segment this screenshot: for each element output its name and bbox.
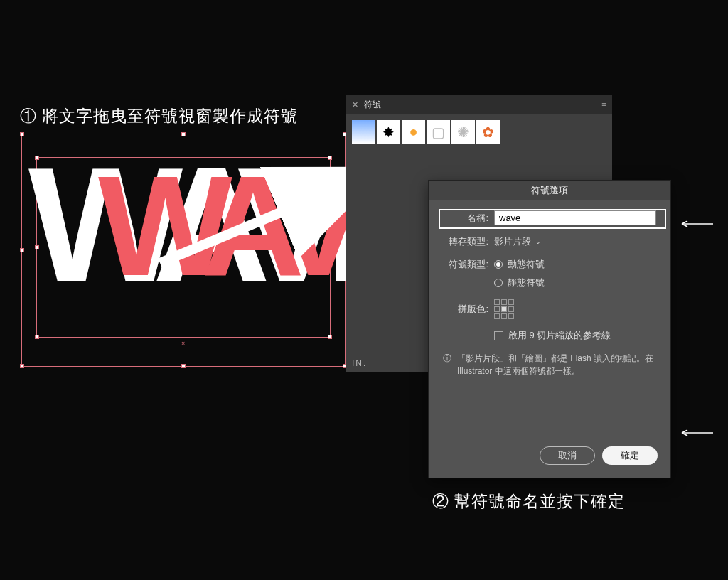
nine-slice-checkbox[interactable]: 啟用 9 切片縮放的參考線 (494, 329, 611, 342)
info-text: 「影片片段」和「繪圖」都是 Flash 讀入的標記。在 Illustrator … (457, 352, 656, 377)
annotation-arrow-icon (679, 218, 713, 230)
name-label: 名稱: (443, 212, 488, 225)
name-input[interactable] (494, 210, 656, 225)
radio-icon (494, 279, 503, 287)
step-1-annotation: ① 將文字拖曳至符號視窗製作成符號 (20, 105, 298, 127)
selection-handle[interactable] (328, 335, 332, 339)
center-marker: × (181, 340, 186, 344)
symbol-options-dialog: 符號選項 名稱: 轉存類型: 影片片段 ⌄ 符號類型: 動態符號 靜態符號 (428, 180, 671, 478)
export-type-label: 轉存類型: (443, 235, 488, 248)
symbol-swatch[interactable]: ✸ (377, 120, 400, 144)
panel-footer: IN. (352, 358, 367, 368)
info-icon: ⓘ (443, 352, 451, 377)
annotation-arrow-icon (679, 427, 713, 439)
export-type-dropdown[interactable]: 影片片段 ⌄ (494, 235, 541, 248)
symbol-swatch[interactable]: ✺ (451, 120, 475, 144)
export-type-value: 影片片段 (494, 235, 531, 248)
radio-label: 靜態符號 (508, 276, 545, 289)
panel-menu-icon[interactable]: ≡ (601, 100, 606, 110)
symbol-swatches: ✸ ● ▢ ✺ ✿ (346, 114, 612, 149)
cancel-button[interactable]: 取消 (540, 446, 595, 465)
radio-dynamic-symbol[interactable]: 動態符號 (494, 258, 545, 271)
selection-handle[interactable] (35, 335, 39, 339)
selection-handle[interactable] (181, 364, 186, 368)
selection-handle[interactable] (20, 132, 24, 136)
symbol-type-label: 符號類型: (443, 258, 488, 271)
registration-grid[interactable] (494, 299, 514, 319)
selection-handle[interactable] (20, 364, 24, 368)
symbol-swatch[interactable]: ▢ (427, 120, 450, 144)
dialog-title: 符號選項 (429, 181, 670, 200)
checkbox-icon (494, 331, 503, 340)
symbol-swatch[interactable]: ● (402, 120, 425, 144)
symbols-tab[interactable]: 符號 (364, 99, 381, 111)
registration-label: 拼版色: (443, 303, 488, 316)
radio-icon (494, 260, 503, 269)
step-2-annotation: ② 幫符號命名並按下確定 (432, 490, 625, 512)
selection-handle[interactable] (20, 248, 24, 252)
chevron-down-icon: ⌄ (535, 238, 541, 245)
symbols-panel-header: ✕ 符號 ≡ (346, 95, 612, 114)
radio-static-symbol[interactable]: 靜態符號 (494, 276, 545, 289)
symbol-swatch[interactable]: ✿ (476, 120, 500, 144)
checkbox-label: 啟用 9 切片縮放的參考線 (508, 329, 611, 342)
close-icon[interactable]: ✕ (352, 100, 358, 109)
ok-button[interactable]: 確定 (602, 446, 658, 465)
radio-label: 動態符號 (508, 258, 545, 271)
symbol-swatch[interactable] (352, 120, 375, 144)
